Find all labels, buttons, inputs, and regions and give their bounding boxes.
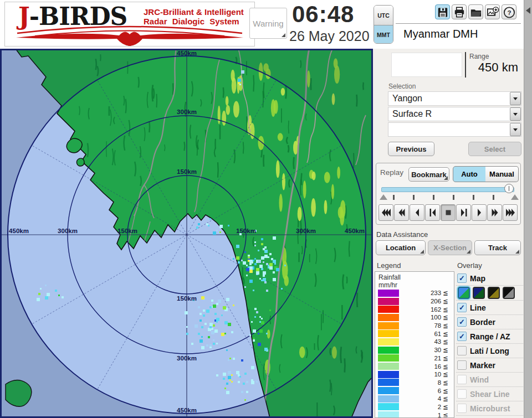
microburst-label: Microburst <box>470 404 510 413</box>
x-section-button: X-Section <box>428 240 472 255</box>
overlay-item-marker[interactable]: Marker <box>456 358 523 373</box>
warning-button[interactable]: Warning <box>249 8 287 39</box>
stop-button[interactable] <box>441 204 456 221</box>
utc-button[interactable]: UTC <box>374 6 393 25</box>
site-dropdown[interactable]: Yangon <box>388 91 521 106</box>
radar-map-svg[interactable]: 450km300km150km150km300km450km450km300km… <box>0 49 373 418</box>
track-button[interactable]: Track <box>474 240 521 255</box>
collapse-arrow-icon[interactable] <box>526 7 530 14</box>
rewind-triple-button[interactable] <box>378 204 393 221</box>
product-dropdown[interactable]: Surface R <box>388 107 521 121</box>
manual-button[interactable]: Manual <box>485 166 519 182</box>
legend-row: 10 ≦ <box>375 370 454 379</box>
print-button[interactable] <box>452 4 467 19</box>
jbirds-app: J-BIRDS JRC-Brilliant & Intelligent Rada… <box>0 0 532 418</box>
legend-threshold: 233 ≦ <box>399 289 454 297</box>
save-button[interactable] <box>435 4 450 19</box>
legend-row: 16 ≦ <box>375 362 454 370</box>
replay-slider-handle[interactable] <box>504 184 514 193</box>
timezone-toggle: UTC MMT <box>374 5 393 44</box>
play-button[interactable] <box>472 204 487 221</box>
map-style-2[interactable] <box>473 287 485 299</box>
replay-tick <box>413 195 415 200</box>
map-checkbox[interactable]: ✓ <box>457 273 467 283</box>
legend-row: 206 ≦ <box>375 297 454 306</box>
step-back-button[interactable] <box>425 204 440 221</box>
auto-button[interactable]: Auto <box>453 166 486 182</box>
legend-threshold: 21 ≦ <box>399 354 454 362</box>
bookmark-button[interactable]: Bookmark <box>408 167 449 182</box>
overlay-item-line[interactable]: ✓Line <box>456 301 523 315</box>
legend-threshold: 6 ≦ <box>399 387 454 395</box>
replay-tick <box>433 195 434 200</box>
svg-text:300km: 300km <box>296 228 316 234</box>
border-checkbox[interactable]: ✓ <box>457 317 467 327</box>
svg-text:150km: 150km <box>236 228 256 234</box>
legend-color-swatch <box>378 354 399 362</box>
range-label: Range <box>469 53 489 60</box>
legend-threshold: 4 ≦ <box>399 395 454 402</box>
previous-button[interactable]: Previous <box>388 142 434 156</box>
replay-tick <box>473 195 474 200</box>
map-label: Map <box>470 274 485 283</box>
map-style-3[interactable] <box>488 287 500 299</box>
replay-start-marker <box>380 194 387 200</box>
forward-triple-button[interactable] <box>503 204 518 221</box>
forward-double-button[interactable] <box>487 204 502 221</box>
legend-label: Legend <box>377 261 401 270</box>
rewind-double-button[interactable] <box>394 204 409 221</box>
svg-text:150km: 150km <box>117 228 137 234</box>
legend-threshold: 2 ≦ <box>399 403 454 411</box>
overlay-item-map[interactable]: ✓Map <box>456 271 523 286</box>
rewind-button[interactable] <box>410 204 424 221</box>
data-assistance-label: Data Assistance <box>376 230 428 239</box>
chevron-down-icon[interactable] <box>510 92 521 105</box>
range-spare-box <box>391 53 462 77</box>
mmt-button[interactable]: MMT <box>374 25 393 44</box>
line-label: Line <box>470 303 486 312</box>
toolbar: ? <box>435 4 516 19</box>
location-button[interactable]: Location <box>376 240 426 255</box>
header-bar: J-BIRDS JRC-Brilliant & Intelligent Rada… <box>0 0 524 49</box>
map-style-4[interactable] <box>503 287 515 299</box>
help-button[interactable]: ? <box>502 4 516 19</box>
extra-dropdown[interactable] <box>388 122 521 137</box>
svg-text:150km: 150km <box>177 295 197 302</box>
radar-map[interactable]: 450km300km150km150km300km450km450km300km… <box>0 49 373 418</box>
legend-color-swatch <box>378 314 399 321</box>
map-style-1[interactable] <box>458 287 470 299</box>
overlay-item-wind: Wind <box>456 373 523 387</box>
chevron-down-icon[interactable] <box>510 107 521 121</box>
svg-text:450km: 450km <box>177 407 197 414</box>
overlay-item-microburst: Microburst <box>456 401 523 416</box>
lati-long-label: Lati / Long <box>470 347 509 355</box>
chevron-down-icon[interactable] <box>510 123 521 136</box>
overlay-item-border[interactable]: ✓Border <box>456 315 523 329</box>
step-forward-button[interactable] <box>456 204 471 221</box>
replay-slider-track[interactable] <box>381 187 514 192</box>
lati-long-checkbox[interactable] <box>457 346 467 355</box>
overlay-item-lati-long[interactable]: Lati / Long <box>456 344 523 358</box>
marker-checkbox[interactable] <box>457 360 467 370</box>
station-title: Myanmar DMH <box>403 28 478 40</box>
svg-text:450km: 450km <box>177 50 197 56</box>
shear-line-checkbox <box>457 389 467 399</box>
add-image-button[interactable] <box>485 4 500 19</box>
legend-row: 43 ≦ <box>375 338 454 346</box>
overlay-item-range-az[interactable]: ✓Range / AZ <box>456 329 523 344</box>
save-icon <box>436 5 449 19</box>
legend-color-swatch <box>378 330 399 337</box>
legend-threshold: 1 ≦ <box>399 411 454 418</box>
clock-date: 26 May 2020 <box>289 28 370 44</box>
legend-color-swatch <box>378 379 399 386</box>
panel-collapse-strip[interactable] <box>524 0 532 418</box>
svg-text:300km: 300km <box>177 109 197 115</box>
overlay-label: Overlay <box>457 261 482 270</box>
replay-tick <box>493 195 494 200</box>
svg-text:450km: 450km <box>9 228 29 234</box>
jbirds-logo: J-BIRDS JRC-Brilliant & Intelligent Rada… <box>4 2 255 47</box>
eagle-icon <box>11 21 249 47</box>
folder-button[interactable] <box>468 4 483 19</box>
range-az-checkbox[interactable]: ✓ <box>457 332 467 341</box>
line-checkbox[interactable]: ✓ <box>457 303 467 312</box>
